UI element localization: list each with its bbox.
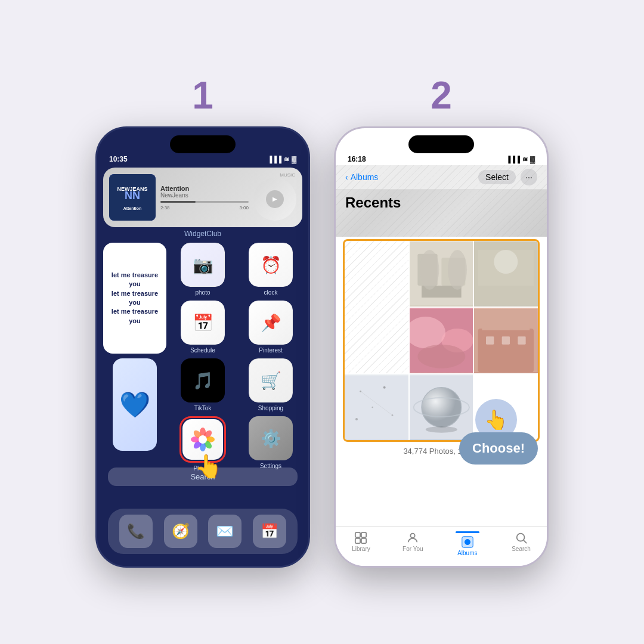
phone-2: 16:18 ▐▐▐ ≋ ▓ ‹ Albums Select ··· <box>334 126 549 568</box>
tab-foryou-label: For You <box>402 546 423 552</box>
svg-rect-47 <box>361 538 366 543</box>
svg-point-19 <box>448 250 467 290</box>
music-label: MUSIC <box>253 172 295 178</box>
photo-sphere[interactable] <box>410 374 473 440</box>
svg-rect-28 <box>478 329 534 372</box>
photo-room-2[interactable] <box>474 241 538 306</box>
app-shopping-icon: 🛒 <box>249 358 293 402</box>
app-schedule-label: Schedule <box>190 347 215 354</box>
svg-rect-32 <box>518 336 526 344</box>
photos-header: ‹ Albums Select ··· <box>336 165 547 190</box>
signal-icon: ▐▐▐ <box>268 156 281 163</box>
time-1: 10:35 <box>109 155 128 163</box>
more-button[interactable]: ··· <box>521 169 537 185</box>
music-times: 2:38 3:00 <box>160 205 249 210</box>
photo-pink-sky[interactable] <box>410 308 473 373</box>
dynamic-island-2 <box>408 135 474 153</box>
tab-library[interactable]: Library <box>352 531 370 556</box>
tap-hand-1: 👆 <box>194 453 222 479</box>
svg-point-52 <box>517 534 525 541</box>
svg-point-13 <box>199 435 207 444</box>
choose-label: Choose! <box>472 441 525 456</box>
music-artist: NewJeans <box>160 192 249 199</box>
active-tab-indicator <box>456 531 479 533</box>
text-widget-container[interactable]: let me treasure youlet me treasure youle… <box>103 243 166 354</box>
svg-point-18 <box>420 250 439 290</box>
app-settings[interactable]: ⚙️ Settings <box>239 416 302 472</box>
svg-rect-31 <box>502 336 510 344</box>
app-settings-icon: ⚙️ <box>249 416 293 460</box>
app-tiktok[interactable]: 🎵 TikTok <box>171 358 234 411</box>
signal-icon-2: ▐▐▐ <box>506 156 520 163</box>
phone-1: 10:35 ▐▐▐ ≋ ▓ NEWJEANS NN Attention <box>95 126 310 568</box>
tab-search[interactable]: Search <box>512 531 531 556</box>
time-total: 3:00 <box>239 205 249 210</box>
app-shopping[interactable]: 🛒 Shopping <box>239 358 302 411</box>
dock-calendar[interactable]: 📅 <box>253 515 286 548</box>
music-widget[interactable]: NEWJEANS NN Attention Attention NewJeans… <box>103 168 302 227</box>
app-schedule[interactable]: 📅 Schedule <box>171 301 234 354</box>
app-clock-icon: ⏰ <box>249 243 293 287</box>
time-current: 2:38 <box>160 205 170 210</box>
text-widget: let me treasure youlet me treasure youle… <box>103 243 166 354</box>
app-schedule-icon: 📅 <box>181 301 225 345</box>
back-button[interactable]: ‹ Albums <box>345 172 378 182</box>
app-photo[interactable]: 📷 photo <box>171 243 234 296</box>
header-actions: Select ··· <box>478 169 537 185</box>
widget-club-label-1: WidgetClub <box>103 230 302 238</box>
step-2-number: 2 <box>431 76 452 114</box>
tab-albums[interactable]: Albums <box>456 531 479 556</box>
photo-stars[interactable] <box>345 374 408 440</box>
svg-point-51 <box>465 539 470 544</box>
svg-rect-45 <box>361 532 366 537</box>
app-row-1: let me treasure youlet me treasure youle… <box>103 243 302 354</box>
svg-rect-44 <box>355 532 360 537</box>
app-photo-label: photo <box>195 289 210 296</box>
svg-point-42 <box>425 426 457 433</box>
app-tiktok-icon: 🎵 <box>181 358 225 402</box>
photo-marble-large[interactable] <box>345 241 408 373</box>
tab-foryou[interactable]: For You <box>402 531 423 556</box>
tab-search-label: Search <box>512 546 531 552</box>
svg-point-36 <box>371 407 373 408</box>
music-progress <box>160 201 249 203</box>
progress-fill <box>160 201 196 203</box>
choose-button[interactable]: Choose! <box>459 432 538 465</box>
dock-safari[interactable]: 🧭 <box>164 515 197 548</box>
photo-room-1[interactable] <box>410 241 473 306</box>
status-icons-1: ▐▐▐ ≋ ▓ <box>268 156 296 163</box>
select-button[interactable]: Select <box>478 170 516 184</box>
svg-rect-46 <box>355 538 360 543</box>
svg-point-38 <box>355 418 358 420</box>
svg-text:NN: NN <box>125 190 140 202</box>
svg-point-48 <box>411 534 415 538</box>
battery-icon: ▓ <box>292 156 296 163</box>
battery-icon-2: ▓ <box>530 156 535 163</box>
svg-point-41 <box>422 388 462 428</box>
tab-bar: Library For You Albums <box>336 526 547 566</box>
music-title: Attention <box>160 185 249 192</box>
album-art: NEWJEANS NN Attention <box>109 174 156 221</box>
svg-rect-29 <box>482 321 530 330</box>
status-bar-2: 16:18 ▐▐▐ ≋ ▓ <box>336 153 547 165</box>
ipod-control[interactable]: MUSIC ▶ <box>253 175 296 221</box>
app-pinterest-label: Pinterest <box>259 347 282 354</box>
step-1-number: 1 <box>192 76 213 114</box>
music-info: Attention NewJeans 2:38 3:00 <box>160 185 249 210</box>
wifi-icon-2: ≋ <box>522 156 528 163</box>
marble-header: ‹ Albums Select ··· Recents <box>336 165 547 237</box>
dock-mail[interactable]: ✉️ <box>208 515 242 548</box>
wifi-icon: ≋ <box>284 156 289 163</box>
app-heart-icon: 💙 <box>113 358 157 451</box>
svg-text:Attention: Attention <box>123 206 142 210</box>
app-pinterest[interactable]: 📌 Pinterest <box>239 301 302 354</box>
app-clock[interactable]: ⏰ clock <box>239 243 302 296</box>
time-2: 16:18 <box>348 155 366 163</box>
dock-phone[interactable]: 📞 <box>119 515 153 548</box>
svg-line-53 <box>524 540 527 543</box>
app-shopping-label: Shopping <box>258 405 283 411</box>
svg-point-22 <box>494 250 518 274</box>
app-widgetclub-heart[interactable]: 💙 <box>103 358 166 472</box>
dock: 📞 🧭 ✉️ 📅 <box>108 509 298 554</box>
photo-pink-building[interactable] <box>474 308 538 373</box>
